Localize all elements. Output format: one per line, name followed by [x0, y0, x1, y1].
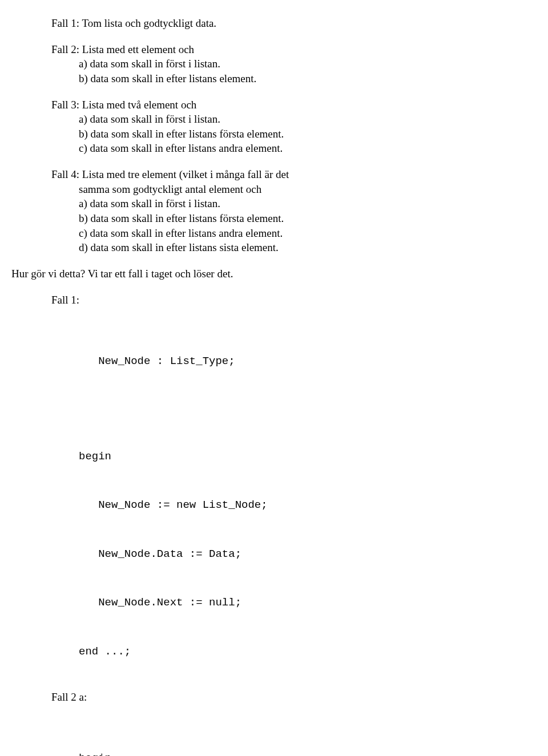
- case-3-b: b) data som skall in efter listans först…: [79, 127, 537, 142]
- case-4-d: d) data som skall in efter listans sista…: [79, 240, 537, 255]
- transition-text: Hur gör vi detta? Vi tar ett fall i tage…: [11, 266, 537, 281]
- code-line: New_Node.Data := Data;: [79, 546, 537, 563]
- case-3-title: Fall 3: Lista med två element och: [51, 98, 537, 112]
- case-1-title: Fall 1: Tom lista och godtyckligt data.: [51, 16, 537, 31]
- case-4: Fall 4: Lista med tre element (vilket i …: [51, 167, 537, 255]
- code-line: begin: [79, 448, 537, 465]
- case-4-c: c) data som skall in efter listans andra…: [79, 226, 537, 241]
- case-3-c: c) data som skall in efter listans andra…: [79, 141, 537, 156]
- case-2: Fall 2: Lista med ett element och a) dat…: [51, 42, 537, 86]
- code-line: begin: [79, 750, 537, 756]
- case-3-a: a) data som skall in först i listan.: [79, 112, 537, 127]
- fall-1-label: Fall 1:: [51, 293, 537, 308]
- fall-2a-code: begin New_Node := new List_Node'(Data =>…: [79, 718, 537, 756]
- case-2-a: a) data som skall in först i listan.: [79, 56, 537, 71]
- case-3: Fall 3: Lista med två element och a) dat…: [51, 98, 537, 156]
- code-line: end ...;: [79, 644, 537, 660]
- case-1: Fall 1: Tom lista och godtyckligt data.: [51, 16, 537, 31]
- case-4-title2: samma som godtyckligt antal element och: [79, 182, 537, 197]
- code-line: New_Node.Next := null;: [79, 595, 537, 611]
- code-line: New_Node := new List_Node;: [79, 497, 537, 514]
- fall-1-code: New_Node : List_Type; begin New_Node := …: [79, 321, 537, 676]
- case-4-title: Fall 4: Lista med tre element (vilket i …: [51, 167, 537, 182]
- transition: Hur gör vi detta? Vi tar ett fall i tage…: [11, 266, 537, 281]
- case-2-title: Fall 2: Lista med ett element och: [51, 42, 537, 57]
- case-2-b: b) data som skall in efter listans eleme…: [79, 71, 537, 86]
- fall-2a-label: Fall 2 a:: [51, 690, 537, 705]
- case-4-a: a) data som skall in först i listan.: [79, 196, 537, 211]
- case-4-b: b) data som skall in efter listans först…: [79, 211, 537, 226]
- code-line: New_Node : List_Type;: [79, 353, 537, 370]
